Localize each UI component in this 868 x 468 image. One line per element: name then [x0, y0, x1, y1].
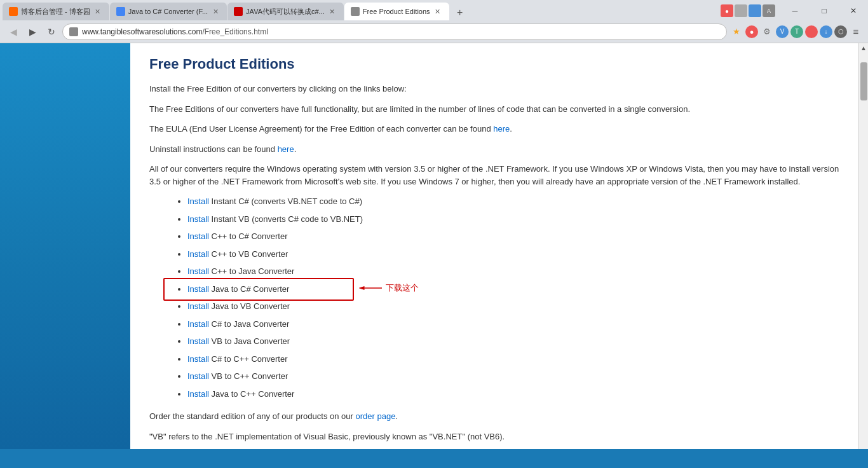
tab-4-favicon	[351, 7, 360, 16]
list-item: Install C# to Java Converter	[187, 318, 839, 331]
tab-1-close[interactable]: ✕	[93, 6, 103, 17]
tab-2[interactable]: Java to C# Converter (F... ✕	[110, 3, 227, 20]
list-item: Install C# to C++ Converter	[187, 353, 839, 366]
install-link-c6[interactable]: Install	[187, 284, 209, 294]
scrollbar-up[interactable]: ▲	[859, 43, 868, 53]
ext-icon-1[interactable]: ●	[721, 4, 733, 17]
list-item: Install Java to C++ Converter	[187, 388, 839, 401]
converter-desc-c9: VB to Java Converter	[212, 336, 290, 346]
annotation-text: 下载这个	[386, 282, 419, 294]
install-link-c11[interactable]: Install	[187, 371, 209, 381]
converter-desc-c12: Java to C++ Converter	[212, 389, 295, 399]
install-link-c12[interactable]: Install	[187, 389, 209, 399]
browser-chrome: 博客后台管理 - 博客园 ✕ Java to C# Converter (F..…	[0, 0, 868, 43]
right-scrollbar[interactable]: ▲	[858, 43, 868, 449]
converter-desc-c1: Instant C# (converts VB.NET code to C#)	[212, 196, 362, 206]
tab-3[interactable]: JAVA代码可以转换成c#... ✕	[227, 3, 344, 20]
converter-desc-c6: Java to C# Converter	[212, 284, 290, 294]
tab-3-close[interactable]: ✕	[327, 6, 337, 17]
install-link-c8[interactable]: Install	[187, 319, 209, 329]
install-link-c4[interactable]: Install	[187, 249, 209, 259]
tab-2-favicon	[116, 7, 125, 16]
tabs-bar: 博客后台管理 - 博客园 ✕ Java to C# Converter (F..…	[0, 0, 868, 20]
toolbar-icons: ★ ● ⚙ V T ↓ ⬡ ≡	[729, 25, 863, 39]
annotation-arrow-svg	[358, 282, 383, 294]
converter-desc-c2: Instant VB (converts C# code to VB.NET)	[212, 214, 363, 224]
browser-toolbar: ◀ ▶ ↻ www.tangiblesoftwaresolutions.com/…	[0, 20, 868, 43]
install-link-c5[interactable]: Install	[187, 266, 209, 276]
list-item: Install C++ to VB Converter	[187, 248, 839, 261]
tab-2-label: Java to C# Converter (F...	[128, 8, 208, 15]
tab-1-favicon	[9, 7, 18, 16]
eula-link[interactable]: here	[493, 124, 510, 134]
back-button[interactable]: ◀	[5, 24, 22, 40]
intro-para-1: Install the Free Edition of our converte…	[149, 83, 839, 95]
install-link-c1[interactable]: Install	[187, 196, 209, 206]
bookmark-icon[interactable]: ★	[729, 25, 743, 39]
close-button[interactable]: ✕	[839, 1, 868, 20]
footer-para-2: "VB" refers to the .NET implementation o…	[149, 430, 839, 443]
uninstall-link[interactable]: here	[278, 144, 294, 154]
converter-list: Install Instant C# (converts VB.NET code…	[187, 195, 839, 400]
new-tab-button[interactable]: +	[452, 5, 468, 20]
list-item: Install Java to VB Converter	[187, 300, 839, 313]
extension-icon-6[interactable]: ↓	[820, 25, 832, 38]
minimize-button[interactable]: ─	[780, 1, 810, 20]
list-item: Install Instant VB (converts C# code to …	[187, 213, 839, 226]
footer-para-1: Order the standard edition of any of our…	[149, 410, 839, 423]
menu-icon[interactable]: ≡	[849, 25, 863, 39]
reload-button[interactable]: ↻	[43, 24, 60, 40]
extension-icon-3[interactable]: V	[776, 25, 789, 38]
address-path: /Free_Editions.html	[202, 27, 268, 36]
install-link-c2[interactable]: Install	[187, 214, 209, 224]
install-link-c7[interactable]: Install	[187, 301, 209, 311]
tab-4-label: Free Product Editions	[363, 8, 430, 15]
forward-button[interactable]: ▶	[24, 24, 41, 40]
intro-para-5: All of our converters require the Window…	[149, 163, 839, 188]
extension-icon-2[interactable]: ⚙	[760, 25, 774, 39]
list-item-highlighted: Install Java to C# Converter 下载这个	[187, 283, 839, 296]
install-link-c9[interactable]: Install	[187, 336, 209, 346]
address-domain: www.tangiblesoftwaresolutions.com	[82, 27, 202, 36]
converter-desc-c8: C# to Java Converter	[212, 319, 290, 329]
tab-4[interactable]: Free Product Editions ✕	[344, 3, 449, 20]
addr-favicon	[69, 27, 78, 36]
list-item: Install C++ to Java Converter	[187, 265, 839, 278]
intro-para-2: The Free Editions of our converters have…	[149, 103, 839, 116]
browser-content: Free Product Editions Install the Free E…	[0, 43, 868, 449]
extension-icon-1[interactable]: ●	[745, 25, 758, 38]
ext-icon-3[interactable]	[749, 4, 761, 17]
left-sidebar	[0, 43, 130, 449]
converter-desc-c3: C++ to C# Converter	[212, 231, 288, 241]
list-item: Install Instant C# (converts VB.NET code…	[187, 195, 839, 208]
extension-icon-5[interactable]	[805, 25, 818, 38]
ext-icon-2[interactable]	[735, 4, 747, 17]
tab-1-label: 博客后台管理 - 博客园	[21, 7, 90, 17]
ext-icon-4[interactable]: A	[763, 4, 775, 17]
annotation: 下载这个	[358, 282, 419, 294]
list-item: Install VB to Java Converter	[187, 335, 839, 348]
maximize-button[interactable]: □	[810, 1, 839, 20]
converter-desc-c7: Java to VB Converter	[212, 301, 290, 311]
list-item: Install C++ to C# Converter	[187, 230, 839, 243]
intro-para-3: The EULA (End User License Agreement) fo…	[149, 123, 839, 135]
tab-4-close[interactable]: ✕	[433, 6, 443, 17]
page-title: Free Product Editions	[149, 56, 839, 72]
tab-2-close[interactable]: ✕	[210, 6, 220, 17]
order-page-link[interactable]: order page	[355, 411, 395, 421]
tab-3-favicon	[234, 7, 243, 16]
tab-1[interactable]: 博客后台管理 - 博客园 ✕	[3, 3, 109, 20]
scrollbar-thumb[interactable]	[860, 62, 867, 100]
converter-desc-c10: C# to C++ Converter	[212, 354, 288, 364]
install-link-c10[interactable]: Install	[187, 354, 209, 364]
list-item: Install VB to C++ Converter	[187, 370, 839, 383]
install-link-c3[interactable]: Install	[187, 231, 209, 241]
converter-desc-c5: C++ to Java Converter	[212, 266, 295, 276]
extension-icon-4[interactable]: T	[790, 25, 803, 38]
address-text: www.tangiblesoftwaresolutions.com/Free_E…	[82, 27, 268, 36]
extension-icon-7[interactable]: ⬡	[834, 25, 847, 38]
intro-para-4: Uninstall instructions can be found here…	[149, 143, 839, 156]
address-bar[interactable]: www.tangiblesoftwaresolutions.com/Free_E…	[62, 24, 727, 40]
converter-desc-c11: VB to C++ Converter	[212, 371, 288, 381]
converter-desc-c4: C++ to VB Converter	[212, 249, 288, 259]
